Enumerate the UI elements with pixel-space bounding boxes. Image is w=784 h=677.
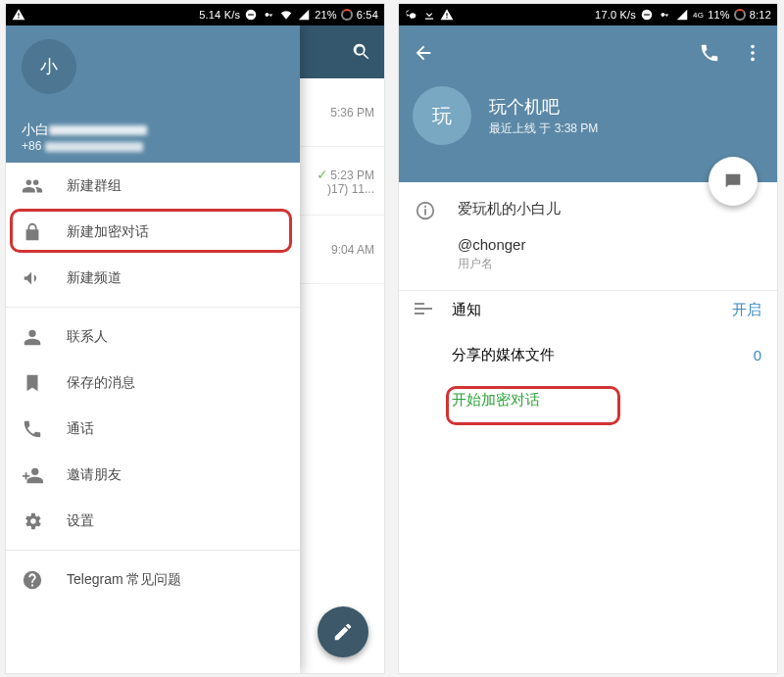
back-button[interactable] xyxy=(413,42,434,64)
menu-saved-messages[interactable]: 保存的消息 xyxy=(6,360,300,406)
avatar[interactable]: 玩 xyxy=(413,86,471,145)
pencil-icon xyxy=(332,621,354,643)
battery-ring-icon xyxy=(341,9,353,21)
chat-icon xyxy=(722,170,744,192)
chatlist-appbar xyxy=(300,25,384,78)
menu-new-group[interactable]: 新建群组 xyxy=(6,163,300,209)
menu-label: 通话 xyxy=(67,420,94,438)
status-bar: 5.14 K/s 21% 6:54 xyxy=(6,4,384,25)
gear-icon xyxy=(22,510,43,532)
menu-label: 设置 xyxy=(67,512,94,530)
drawer-header: 小 小白 +86 xyxy=(6,25,300,163)
profile-username-label: 用户名 xyxy=(458,256,761,272)
menu-label: 联系人 xyxy=(67,328,108,346)
signal-icon xyxy=(675,8,689,22)
dnd-icon xyxy=(244,8,258,22)
phone-icon xyxy=(22,418,43,440)
menu-settings[interactable]: 设置 xyxy=(6,498,300,544)
profile-last-seen: 最近上线 于 3:38 PM xyxy=(489,121,598,137)
signal-icon xyxy=(297,8,311,22)
row-label: 分享的媒体文件 xyxy=(452,346,555,364)
menu-invite-friends[interactable]: 邀请朋友 xyxy=(6,452,300,498)
status-clock: 8:12 xyxy=(750,9,771,21)
group-icon xyxy=(22,175,43,197)
status-battery-pct: 11% xyxy=(708,9,730,21)
status-clock: 6:54 xyxy=(357,9,378,21)
menu-label: 邀请朋友 xyxy=(67,466,122,484)
compose-fab[interactable] xyxy=(318,606,368,657)
wechat-icon xyxy=(405,8,418,22)
megaphone-icon xyxy=(22,267,43,289)
person-add-icon xyxy=(22,464,43,486)
redacted-blur xyxy=(45,142,143,152)
menu-label: 保存的消息 xyxy=(67,374,135,392)
svg-rect-9 xyxy=(424,206,426,208)
svg-rect-1 xyxy=(248,14,254,15)
svg-point-4 xyxy=(751,45,755,49)
bookmark-icon xyxy=(22,372,43,394)
chat-time: 5:23 PM xyxy=(330,169,374,182)
arrow-back-icon xyxy=(413,42,434,64)
check-icon: ✓ xyxy=(317,167,328,182)
row-shared-media[interactable]: 分享的媒体文件 0 xyxy=(452,332,761,377)
dnd-icon xyxy=(640,8,654,22)
chat-list-row[interactable]: 5:36 PM xyxy=(300,78,384,147)
wifi-icon xyxy=(279,8,293,22)
row-label: 通知 xyxy=(452,301,481,319)
screenshot-profile-page: 17.0 K/s 4G 11% 8:12 玩 xyxy=(398,3,778,674)
chat-time: 5:36 PM xyxy=(330,106,374,120)
profile-title: 玩个机吧 xyxy=(489,95,598,119)
chat-list-background: 5:36 PM ✓5:23 PM )17) 11... 9:04 AM xyxy=(300,25,384,673)
menu-label: 新建频道 xyxy=(67,269,122,287)
avatar[interactable]: 小 xyxy=(22,39,76,94)
status-speed: 17.0 K/s xyxy=(595,9,636,21)
message-fab[interactable] xyxy=(709,157,758,206)
redacted-blur xyxy=(49,125,147,135)
profile-bio: 爱玩机的小白儿 xyxy=(458,200,761,218)
profile-username[interactable]: @chonger xyxy=(458,236,761,253)
chat-preview: )17) 11... xyxy=(327,182,374,196)
menu-label: 新建群组 xyxy=(67,177,122,195)
screenshot-drawer-menu: 5.14 K/s 21% 6:54 5:36 PM ✓5:23 PM )17) … xyxy=(5,3,385,674)
menu-label: Telegram 常见问题 xyxy=(67,571,181,589)
chat-list-row[interactable]: 9:04 AM xyxy=(300,216,384,284)
help-icon xyxy=(22,569,43,591)
row-value: 0 xyxy=(754,347,761,363)
search-icon[interactable] xyxy=(351,41,372,63)
vpn-key-icon xyxy=(262,8,275,22)
download-icon xyxy=(422,8,436,22)
menu-faq[interactable]: Telegram 常见问题 xyxy=(6,556,300,603)
row-value: 开启 xyxy=(732,301,761,319)
status-battery-pct: 21% xyxy=(315,9,337,21)
call-button[interactable] xyxy=(699,42,720,64)
chat-time: 9:04 AM xyxy=(331,243,374,257)
navigation-drawer: 小 小白 +86 新建群组 新建加密对话 新建频道 联系人 保存的消息 xyxy=(6,25,300,673)
avatar-letter: 小 xyxy=(40,55,58,78)
vpn-key-icon xyxy=(658,8,671,22)
status-bar: 17.0 K/s 4G 11% 8:12 xyxy=(399,4,777,25)
more-button[interactable] xyxy=(742,42,763,64)
more-vert-icon xyxy=(742,42,763,64)
row-start-secret-chat[interactable]: 开始加密对话 xyxy=(452,377,761,422)
menu-new-channel[interactable]: 新建频道 xyxy=(6,255,300,301)
svg-point-6 xyxy=(751,58,755,62)
menu-new-secret-chat[interactable]: 新建加密对话 xyxy=(6,209,300,255)
svg-rect-8 xyxy=(424,209,426,215)
person-icon xyxy=(22,326,43,348)
list-icon xyxy=(415,303,434,316)
svg-rect-3 xyxy=(644,14,650,15)
profile-appbar: 玩 玩个机吧 最近上线 于 3:38 PM xyxy=(399,25,777,182)
row-label: 开始加密对话 xyxy=(452,391,540,410)
drawer-phone-prefix: +86 xyxy=(22,139,41,153)
warning-icon xyxy=(440,8,454,22)
menu-calls[interactable]: 通话 xyxy=(6,406,300,452)
lock-icon xyxy=(22,221,43,243)
phone-icon xyxy=(699,42,720,64)
chat-list-row[interactable]: ✓5:23 PM )17) 11... xyxy=(300,147,384,216)
warning-icon xyxy=(12,8,25,22)
status-speed: 5.14 K/s xyxy=(199,9,240,21)
info-icon xyxy=(415,200,436,221)
menu-label: 新建加密对话 xyxy=(67,223,149,241)
menu-contacts[interactable]: 联系人 xyxy=(6,314,300,360)
battery-ring-icon xyxy=(734,9,746,21)
